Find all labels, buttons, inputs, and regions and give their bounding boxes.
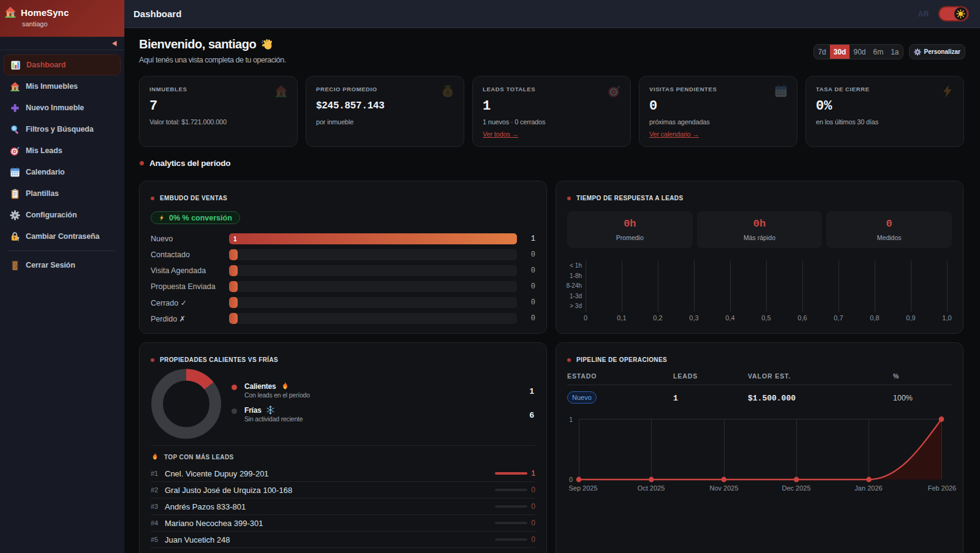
- svg-text:< 1h: < 1h: [570, 262, 582, 269]
- svg-text:0,1: 0,1: [617, 314, 626, 322]
- svg-text:Dec 2025: Dec 2025: [782, 484, 810, 492]
- svg-text:1: 1: [569, 416, 573, 423]
- svg-text:0: 0: [569, 476, 573, 483]
- svg-text:1,0: 1,0: [942, 314, 951, 322]
- svg-text:0,9: 0,9: [906, 314, 915, 322]
- svg-text:0,4: 0,4: [725, 314, 734, 322]
- svg-text:> 3d: > 3d: [570, 303, 582, 309]
- svg-text:0,7: 0,7: [834, 314, 843, 322]
- svg-text:0,2: 0,2: [653, 314, 662, 322]
- svg-text:0,8: 0,8: [870, 314, 879, 322]
- svg-text:1-8h: 1-8h: [570, 273, 582, 279]
- svg-text:0,5: 0,5: [761, 314, 771, 322]
- svg-text:Jan 2026: Jan 2026: [854, 484, 882, 492]
- svg-text:Feb 2026: Feb 2026: [928, 484, 956, 492]
- svg-text:1-3d: 1-3d: [570, 293, 582, 299]
- svg-text:Oct 2025: Oct 2025: [638, 484, 665, 492]
- svg-text:0,3: 0,3: [689, 314, 698, 322]
- svg-text:Nov 2025: Nov 2025: [709, 484, 738, 492]
- svg-text:0,6: 0,6: [797, 314, 807, 322]
- svg-text:8-24h: 8-24h: [566, 282, 582, 289]
- svg-text:Sep 2025: Sep 2025: [568, 484, 597, 492]
- svg-text:0: 0: [584, 314, 587, 322]
